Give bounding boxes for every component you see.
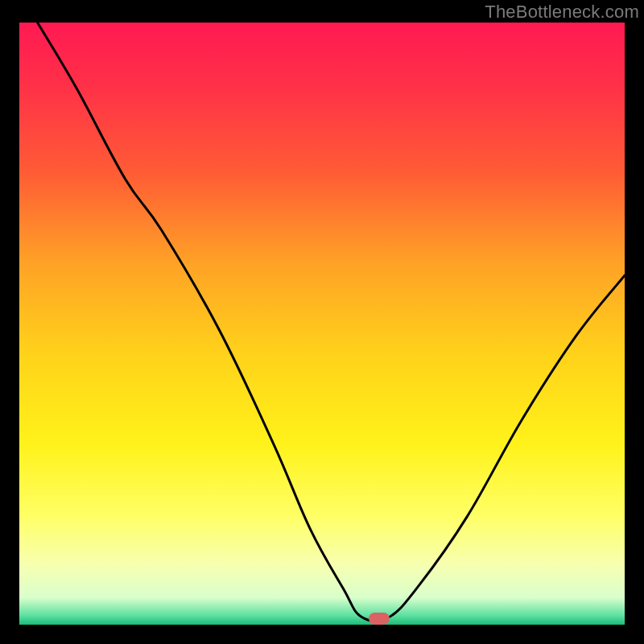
- curve-minimum-marker: [369, 613, 390, 625]
- attribution-text: TheBottleneck.com: [485, 2, 639, 23]
- chart-frame: TheBottleneck.com: [0, 0, 644, 644]
- plot-area: [19, 23, 625, 625]
- bottleneck-curve: [19, 23, 625, 625]
